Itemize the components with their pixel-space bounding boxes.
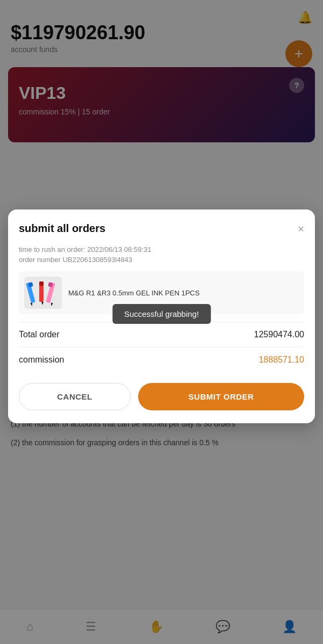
commission-value: 1888571.10 [259,355,304,365]
total-order-value: 12590474.00 [254,330,304,339]
product-pen-svg [26,278,61,308]
modal-header: submit all orders × [19,222,304,235]
submit-order-button[interactable]: SUBMIT ORDER [138,383,304,410]
time-label: time to rush an order: [19,245,85,254]
svg-marker-2 [30,302,33,306]
time-value: 2022/06/13 08:59:31 [87,245,151,254]
svg-rect-4 [39,281,44,286]
time-meta: time to rush an order: 2022/06/13 08:59:… [19,245,304,254]
order-number-meta: order number UB22061308593l4843 [19,256,304,264]
total-order-row: Total order 12590474.00 [19,322,304,347]
product-image [24,277,62,309]
cancel-button[interactable]: CANCEL [19,383,131,410]
submit-orders-modal: submit all orders × time to rush an orde… [8,209,315,423]
order-number-label: order number [19,256,61,264]
product-name: M&G R1 &R3 0.5mm GEL INK PEN 1PCS [68,289,299,297]
commission-label: commission [19,355,64,365]
product-row: M&G R1 &R3 0.5mm GEL INK PEN 1PCS Succes… [19,271,304,314]
modal-actions: CANCEL SUBMIT ORDER [19,383,304,410]
svg-marker-5 [41,302,44,305]
modal-close-button[interactable]: × [298,223,304,234]
total-order-label: Total order [19,330,60,339]
order-number-value: UB22061308593l4843 [63,256,132,264]
commission-row: commission 1888571.10 [19,347,304,372]
svg-marker-8 [50,302,53,306]
modal-title: submit all orders [19,222,105,235]
success-toast: Successful grabbing! [112,304,211,324]
